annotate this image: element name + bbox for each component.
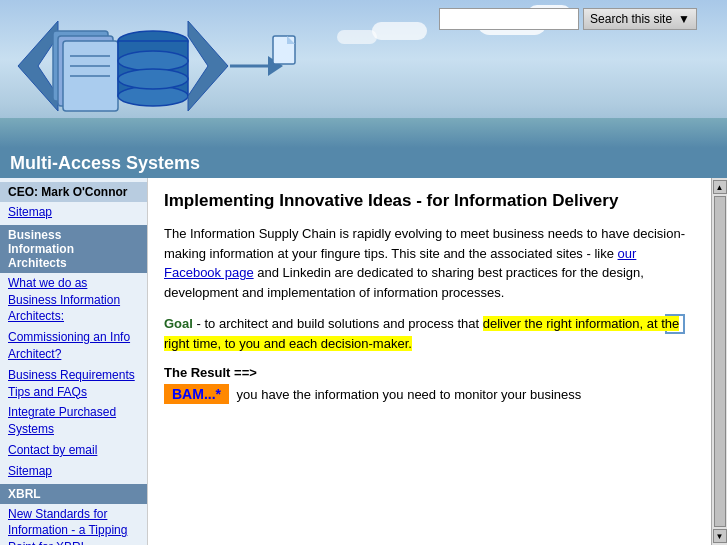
svg-rect-15: [273, 36, 295, 64]
svg-marker-12: [188, 21, 228, 111]
bam-badge: BAM...*: [164, 384, 229, 404]
goal-text-1: - to architect and build solutions and p…: [193, 316, 483, 331]
content-title: Implementing Innovative Ideas - for Info…: [164, 190, 695, 212]
goal-label: Goal: [164, 316, 193, 331]
search-dropdown-icon: ▼: [678, 12, 690, 26]
sidebar-item-new-standards[interactable]: New Standards for Information - a Tippin…: [0, 504, 147, 545]
main-content: Implementing Innovative Ideas - for Info…: [148, 178, 711, 545]
content-intro: The Information Supply Chain is rapidly …: [164, 224, 695, 302]
svg-marker-0: [18, 21, 58, 111]
sidebar-item-sitemap-mid[interactable]: Sitemap: [0, 461, 147, 482]
search-button-label: Search this site: [590, 12, 672, 26]
result-text: you have the information you need to mon…: [233, 387, 581, 402]
search-area: Search this site ▼: [439, 8, 697, 30]
site-title-bar: Multi-Access Systems: [0, 148, 727, 178]
sidebar-item-commissioning[interactable]: Commissioning an Info Architect?: [0, 327, 147, 365]
goal-section: Goal - to architect and build solutions …: [164, 314, 695, 353]
scroll-up-arrow[interactable]: ▲: [713, 180, 727, 194]
scroll-down-arrow[interactable]: ▼: [713, 529, 727, 543]
search-button[interactable]: Search this site ▼: [583, 8, 697, 30]
sidebar-section-xbrl: XBRL: [0, 484, 147, 504]
svg-point-10: [118, 51, 188, 71]
result-label: The Result ==>: [164, 365, 695, 380]
sidebar-item-sitemap-top[interactable]: Sitemap: [0, 202, 147, 223]
header-water: [0, 118, 727, 148]
sidebar-item-contact[interactable]: Contact by email: [0, 440, 147, 461]
result-section: The Result ==> BAM...* you have the info…: [164, 365, 695, 404]
sidebar-section-business: Business Information Architects: [0, 225, 147, 273]
sidebar-item-what-we-do[interactable]: What we do as Business Information Archi…: [0, 273, 147, 327]
sidebar-item-business-requirements[interactable]: Business Requirements Tips and FAQs: [0, 365, 147, 403]
sidebar-ceo: CEO: Mark O'Connor: [0, 182, 147, 202]
sidebar: CEO: Mark O'Connor Sitemap Business Info…: [0, 178, 148, 545]
intro-text-1: The Information Supply Chain is rapidly …: [164, 226, 685, 261]
sidebar-item-integrate[interactable]: Integrate Purchased Systems: [0, 402, 147, 440]
search-input[interactable]: [439, 8, 579, 30]
scroll-thumb[interactable]: [714, 196, 726, 527]
page-header: Search this site ▼: [0, 0, 727, 148]
scrollbar[interactable]: ▲ ▼: [711, 178, 727, 545]
site-logo: [8, 8, 298, 123]
svg-point-11: [118, 69, 188, 89]
site-title: Multi-Access Systems: [10, 153, 200, 174]
